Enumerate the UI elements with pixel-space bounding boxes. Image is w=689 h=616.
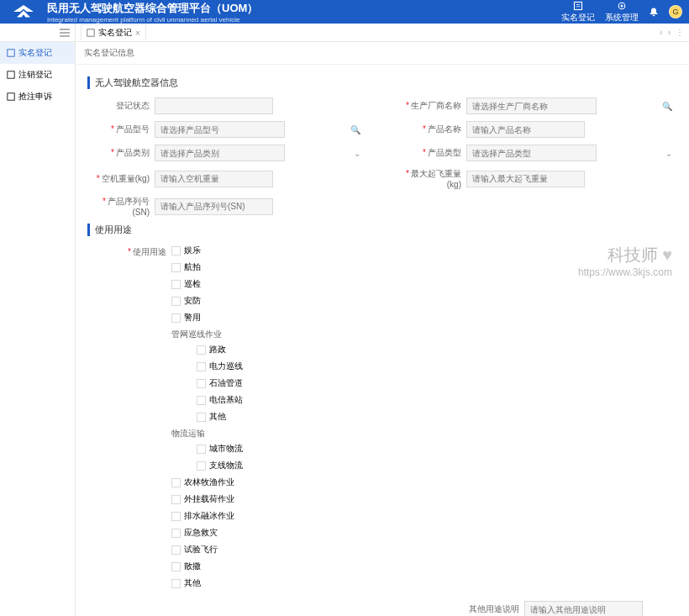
avatar[interactable]: G	[669, 5, 682, 18]
section-drone-info: 无人驾驶航空器信息	[87, 76, 677, 89]
main-content: 实名登记 × ‹ › ⋮ 实名登记信息 无人驾驶航空器信息 登记状态 生产厂商名…	[76, 24, 689, 616]
checkbox-pipe-other[interactable]	[197, 413, 206, 422]
svg-rect-5	[8, 93, 14, 100]
tab-prev[interactable]: ‹	[658, 28, 664, 37]
label-other-desc: 其他用途说明	[87, 603, 524, 615]
checkbox-spread[interactable]	[171, 562, 181, 571]
checkbox-drainage[interactable]	[171, 512, 181, 521]
tab-bar: 实名登记 × ‹ › ⋮	[76, 24, 689, 42]
nav-realname[interactable]: 实名登记	[561, 1, 595, 24]
input-reg-status[interactable]	[155, 97, 273, 114]
checkbox-security[interactable]	[171, 297, 181, 306]
logo-icon	[7, 3, 40, 20]
checkbox-patrol[interactable]	[171, 280, 181, 289]
label-category: 产品类别	[87, 147, 155, 159]
select-type[interactable]	[466, 145, 597, 161]
input-model[interactable]	[155, 121, 285, 138]
sidebar: 实名登记 注销登记 抢注申诉	[0, 24, 76, 616]
chevron-down-icon: ⌄	[354, 149, 360, 158]
checkbox-external[interactable]	[171, 495, 181, 504]
input-max-weight[interactable]	[466, 171, 585, 187]
checkbox-power[interactable]	[197, 362, 206, 371]
checkbox-branch[interactable]	[197, 461, 206, 471]
label-type: 产品类型	[399, 147, 466, 159]
checkbox-oil[interactable]	[197, 379, 206, 388]
label-name: 产品名称	[399, 124, 466, 135]
input-other-desc[interactable]	[524, 601, 643, 616]
search-icon: 🔍	[662, 102, 672, 111]
svg-rect-6	[87, 29, 94, 36]
svg-rect-0	[575, 2, 582, 9]
label-empty-weight: 空机重量(kg)	[87, 173, 155, 185]
tab-menu[interactable]: ⋮	[674, 28, 686, 37]
sidebar-item-appeal[interactable]: 抢注申诉	[0, 86, 75, 108]
section-usage: 使用用途	[87, 224, 677, 236]
checkbox-telecom[interactable]	[197, 396, 206, 405]
close-icon[interactable]: ×	[135, 29, 140, 38]
sidebar-toggle[interactable]	[0, 24, 75, 42]
tab-next[interactable]: ›	[666, 28, 672, 37]
checkbox-road[interactable]	[197, 345, 206, 355]
breadcrumb: 实名登记信息	[76, 42, 689, 65]
label-logistics: 物流运输	[171, 428, 677, 440]
search-icon: 🔍	[350, 125, 360, 134]
label-max-weight: 最大起飞重量(kg)	[399, 168, 466, 189]
sidebar-item-realname[interactable]: 实名登记	[0, 42, 75, 64]
label-pipeline: 管网巡线作业	[171, 329, 677, 340]
label-usage: 使用用途	[87, 245, 171, 594]
checkbox-aerial[interactable]	[171, 263, 181, 272]
app-subtitle: Integrated management platform of civil …	[47, 16, 258, 24]
nav-system[interactable]: 系统管理	[605, 1, 639, 24]
label-sn: 产品序列号(SN)	[87, 196, 155, 217]
svg-point-2	[621, 4, 623, 7]
select-category[interactable]	[155, 145, 285, 161]
input-empty-weight[interactable]	[155, 171, 273, 187]
sidebar-item-cancel[interactable]: 注销登记	[0, 64, 75, 86]
checkbox-police[interactable]	[171, 313, 181, 323]
tab-realname[interactable]: 实名登记 ×	[81, 24, 146, 40]
app-header: 民用无人驾驶航空器综合管理平台（UOM） Integrated manageme…	[0, 0, 689, 24]
checkbox-agri[interactable]	[171, 478, 181, 487]
input-mfr[interactable]	[466, 97, 597, 114]
bell-icon[interactable]	[649, 7, 659, 17]
app-title: 民用无人驾驶航空器综合管理平台（UOM）	[47, 2, 258, 14]
chevron-down-icon: ⌄	[665, 149, 672, 158]
input-sn[interactable]	[155, 198, 273, 215]
svg-rect-4	[8, 71, 14, 78]
label-model: 产品型号	[87, 124, 155, 135]
svg-rect-3	[8, 50, 14, 56]
checkbox-emergency[interactable]	[171, 529, 181, 538]
input-name[interactable]	[466, 121, 585, 138]
label-reg-status: 登记状态	[87, 100, 155, 112]
checkbox-entertainment[interactable]	[171, 246, 181, 255]
checkbox-other[interactable]	[171, 579, 181, 588]
checkbox-urban[interactable]	[197, 445, 206, 454]
label-mfr: 生产厂商名称	[399, 100, 466, 112]
checkbox-test[interactable]	[171, 545, 181, 555]
